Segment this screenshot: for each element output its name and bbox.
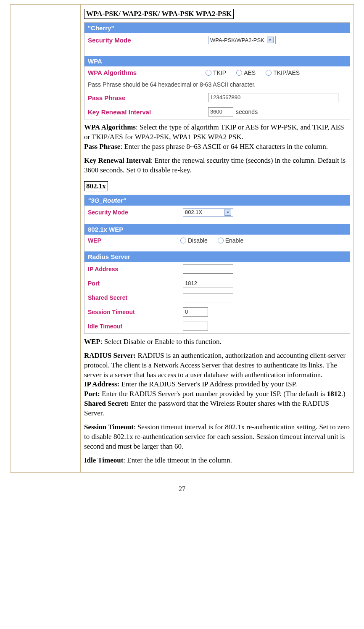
port-input[interactable]: 1812 [183, 279, 233, 288]
screenshot-wpa: "Cherry" Security Mode WPA-PSK/WPA2-PSK … [84, 22, 350, 119]
radio-tkip[interactable]: TKIP [206, 69, 226, 76]
screenshot-8021x: "3G_Router" Security Mode 802.1X ▾ 802.1… [84, 195, 350, 334]
band-wpa: WPA [84, 56, 350, 66]
label-session-timeout: Session Timeout [88, 309, 164, 315]
renewal-input[interactable]: 3600 [208, 107, 233, 116]
label-idle-timeout: Idle Timeout [88, 323, 164, 330]
band-radius: Radius Server [84, 251, 350, 262]
section-heading-8021x: 802.1x [84, 181, 108, 191]
chevron-down-icon: ▾ [224, 209, 231, 216]
label-shared-secret: Shared Secret [88, 294, 164, 301]
seconds-label: seconds [236, 108, 258, 115]
pass-phrase-input[interactable]: 1234567890 [208, 93, 338, 102]
radio-tkipaes[interactable]: TKIP/AES [266, 69, 300, 76]
band-8021x-wep: 802.1x WEP [84, 224, 350, 235]
passphrase-note: Pass Phrase should be 64 hexadecimal or … [84, 79, 350, 90]
radio-icon [180, 238, 186, 243]
security-mode-value-2: 802.1X [185, 209, 202, 215]
security-mode-select[interactable]: WPA-PSK/WPA2-PSK ▾ [208, 36, 276, 44]
ip-address-input[interactable] [183, 264, 233, 274]
chevron-down-icon: ▾ [267, 37, 274, 43]
idle-timeout-desc: Idle Timeout: Enter the idle timeout in … [84, 456, 350, 465]
security-mode-select-2[interactable]: 802.1X ▾ [183, 208, 233, 217]
section-heading-wpa: WPA-PSK/ WAP2-PSK/ WPA-PSK WPA2-PSK [84, 9, 234, 19]
right-column: WPA-PSK/ WAP2-PSK/ WPA-PSK WPA2-PSK "Che… [81, 5, 354, 473]
page-number: 27 [10, 485, 354, 493]
radio-wep-enable[interactable]: Enable [218, 237, 244, 244]
label-security-mode-2: Security Mode [88, 209, 164, 216]
label-security-mode: Security Mode [88, 37, 164, 44]
label-ip-address: IP Address [88, 266, 164, 272]
radio-icon [218, 238, 224, 243]
security-mode-value: WPA-PSK/WPA2-PSK [210, 37, 264, 43]
radio-icon [206, 70, 211, 76]
band-router: "3G_Router" [84, 195, 350, 206]
idle-timeout-input[interactable] [183, 322, 208, 331]
radio-wep-disable[interactable]: Disable [180, 237, 208, 244]
session-timeout-input[interactable]: 0 [183, 307, 208, 317]
shared-secret-input[interactable] [183, 293, 233, 302]
label-wep: WEP [88, 237, 164, 244]
session-timeout-desc: Session Timeout: Session timeout interva… [84, 423, 350, 452]
left-column [11, 5, 81, 473]
label-port: Port [88, 280, 164, 287]
key-renewal-desc: Key Renewal Interval: Enter the renewal … [84, 156, 350, 175]
wpa-algorithms-desc: WPA Algorithms: Select the type of algor… [84, 123, 350, 152]
radius-desc: RADIUS Server: RADIUS is an authenticati… [84, 351, 350, 419]
label-pass-phrase: Pass Phrase [88, 94, 164, 101]
label-key-renewal: Key Renewal Interval [88, 108, 164, 116]
band-cherry: "Cherry" [84, 23, 350, 33]
radio-aes[interactable]: AES [236, 69, 256, 76]
radio-icon [236, 70, 242, 76]
radio-icon [266, 70, 272, 76]
wep-desc: WEP: Select Disable or Enable to this fu… [84, 337, 350, 347]
label-wpa-algorithms: WPA Algorithms [88, 69, 164, 76]
